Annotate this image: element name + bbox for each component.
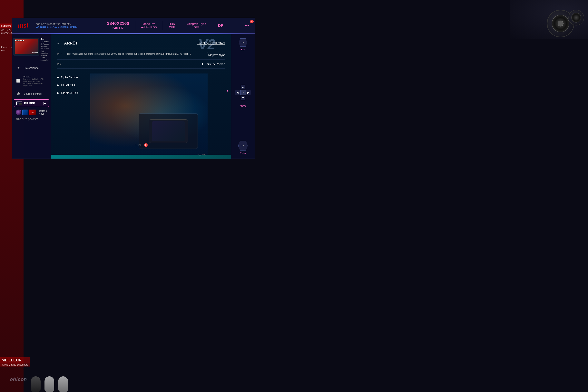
- pip-pbp-label: PIP/PBP: [24, 102, 35, 105]
- nav-up-button[interactable]: ▲: [241, 85, 246, 90]
- enter-label: Enter: [240, 152, 246, 155]
- kone-badge: 0: [144, 143, 148, 147]
- header-description: FOR INTEL® CORE™ i9 12TH GEN 206 cartes …: [36, 23, 79, 28]
- handheld-device: [149, 119, 188, 143]
- dot-1: [246, 25, 246, 26]
- header-mode: Mode Pro Adobe RGB: [141, 22, 157, 29]
- header-hdr: HDR OFF: [169, 22, 175, 29]
- device-screen: [152, 121, 185, 141]
- enabling-text: Enabling it will affect: [197, 42, 225, 45]
- gpu-article-row: GIGABYTE RX 6600 Jeu Les séries de Radeo…: [14, 38, 50, 61]
- move-label: Move: [240, 104, 246, 107]
- image-label: Image: [23, 75, 47, 78]
- notif-badge: 0: [250, 20, 254, 23]
- nav-right-button[interactable]: ▶: [246, 90, 251, 95]
- resolution-value: 3840X2160: [107, 21, 129, 26]
- image-icon: ⬜: [16, 78, 20, 83]
- star-icon: ★: [16, 65, 21, 70]
- enter-button-icon: OK: [238, 141, 248, 150]
- arret-label: ARRÊT: [64, 41, 88, 46]
- mode-value: Adobe RGB: [141, 26, 157, 29]
- enter-button-group[interactable]: OK Enter: [238, 141, 248, 155]
- adaptive-sync-right-label: • Adaptive-Sync: [208, 51, 225, 57]
- gpu-brand-label: GIGABYTE: [15, 40, 24, 41]
- gpu-article-title: Les séries de Radeon RX 6600 ne seraient…: [40, 41, 50, 61]
- nav-down-button[interactable]: ▼: [241, 96, 246, 100]
- exit-button-group[interactable]: OK Exit: [239, 38, 247, 51]
- submenu-list: Optix Scope HDMI CEC DisplayHDR: [51, 72, 231, 98]
- exit-ok-label: OK: [242, 42, 244, 44]
- msi-logo-text: msi: [18, 22, 28, 29]
- monitor-model-label: MPG 3210 QD-OLED: [12, 117, 51, 122]
- exit-button-icon: OK: [239, 38, 247, 47]
- adaptive-sync-value: Adaptive-Sync: [208, 54, 225, 57]
- aura-icon: [16, 110, 21, 115]
- pip-desc-text: Test • Upgrader avec une RTX 3050 6 Go 7…: [67, 52, 204, 56]
- checkmark-icon: ✓: [57, 41, 61, 46]
- osd-sidebar: GIGABYTE RX 6600 Jeu Les séries de Radeo…: [12, 34, 51, 158]
- image-desc: Les séries de Radeon RX 6600 ne seraient…: [23, 78, 47, 86]
- sidebar-item-professionnel[interactable]: ★ Professionnel: [12, 63, 51, 73]
- hdr-label: HDR: [169, 22, 175, 26]
- gpu-model-label: RX 6600: [32, 52, 38, 54]
- nav-center-ok[interactable]: OK: [240, 90, 246, 95]
- adaptive-label: Adaptive-Sync: [187, 22, 206, 26]
- pip-icon: [16, 102, 22, 105]
- osd-header: msi FOR INTEL® CORE™ i9 12TH GEN 206 car…: [12, 18, 254, 34]
- menu-row-pbp[interactable]: PBP Taille de l'écran: [57, 60, 225, 68]
- submenu-hdmi-cec[interactable]: HDMI CEC: [57, 82, 225, 88]
- chipset-icon: [22, 110, 28, 115]
- jeu-label[interactable]: Jeu: [40, 38, 50, 40]
- source-label: Source d'entrée: [24, 92, 42, 95]
- header-desc-line2: 206 cartes mères ASUS ont maintenant leu…: [36, 26, 79, 28]
- divider-2: [135, 20, 135, 30]
- divider-3: [163, 20, 163, 30]
- osd-main-area: GIGABYTE RX 6600 Jeu Les séries de Radeo…: [12, 34, 254, 158]
- taille-label: Taille de l'écran: [205, 62, 225, 66]
- hz-value: 240 HZ: [107, 26, 129, 30]
- header-adaptive-sync: Adaptive-Sync OFF: [187, 22, 206, 29]
- sidebar-item-pip-pbp[interactable]: PIP/PBP ▶: [14, 99, 49, 107]
- display-hdr-dot: [57, 92, 58, 94]
- hdr-value: OFF: [169, 26, 175, 29]
- nav-left-button[interactable]: ◀: [235, 90, 240, 95]
- menu-row-arret[interactable]: ✓ ARRÊT Enabling it will affect: [57, 38, 225, 48]
- core-icon: Core: [29, 110, 36, 115]
- gpu-card-thumbnail: GIGABYTE RX 6600: [14, 38, 39, 56]
- sidebar-item-touche-navi[interactable]: Core Touche Navi: [12, 108, 51, 117]
- header-dots: [246, 25, 249, 26]
- center-menu: ✓ ARRÊT Enabling it will affect PIP Test…: [51, 34, 231, 72]
- submenu-display-hdr[interactable]: DisplayHDR: [57, 90, 225, 96]
- header-desc-line1: FOR INTEL® CORE™ i9 12TH GEN: [36, 23, 79, 26]
- nav-cross[interactable]: ▲ ▼ ◀ ▶ OK: [235, 85, 251, 100]
- sidebar-item-image[interactable]: ⬜ Image Les séries de Radeon RX 6600 ne …: [12, 73, 51, 89]
- osd-center-content: V2 ✓ ARRÊT Enabling it will affect PIP T…: [51, 34, 231, 158]
- port-label: DP: [218, 23, 224, 28]
- menu-row-pip[interactable]: PIP Test • Upgrader avec une RTX 3050 6 …: [57, 48, 225, 60]
- nav-ok-label: OK: [242, 92, 244, 93]
- header-resolution: 3840X2160 240 HZ: [107, 21, 129, 30]
- touche-navi-label: Touche Navi: [38, 109, 47, 115]
- sidebar-item-source[interactable]: ⏻ Source d'entrée: [12, 89, 51, 98]
- kone-area: KONE 0: [135, 143, 148, 147]
- monitor-osd: msi FOR INTEL® CORE™ i9 12TH GEN 206 car…: [12, 18, 255, 159]
- divider-1: [85, 20, 85, 30]
- optix-label: Optix Scope: [61, 76, 78, 79]
- taille-row: Taille de l'écran: [202, 62, 225, 66]
- hdmi-cec-label: HDMI CEC: [61, 84, 76, 87]
- game-device-preview: [139, 114, 198, 149]
- dot-2: [248, 25, 249, 26]
- submenu-optix[interactable]: Optix Scope: [57, 74, 225, 80]
- source-icon: ⏻: [16, 91, 21, 96]
- image-nav-content: Image Les séries de Radeon RX 6600 ne se…: [23, 75, 47, 86]
- kone-label: KONE: [135, 144, 142, 146]
- mode-label: Mode Pro: [141, 22, 157, 26]
- gpu-preview-area: GIGABYTE RX 6600 Jeu Les séries de Radeo…: [12, 36, 51, 63]
- professionnel-label: Professionnel: [24, 66, 39, 70]
- pip-section-label: PIP: [57, 52, 67, 56]
- exit-label: Exit: [241, 48, 245, 51]
- taille-dot: [202, 63, 203, 65]
- hdmi-cec-dot: [57, 84, 58, 86]
- display-hdr-label: DisplayHDR: [61, 91, 78, 95]
- msi-logo: msi: [18, 22, 28, 29]
